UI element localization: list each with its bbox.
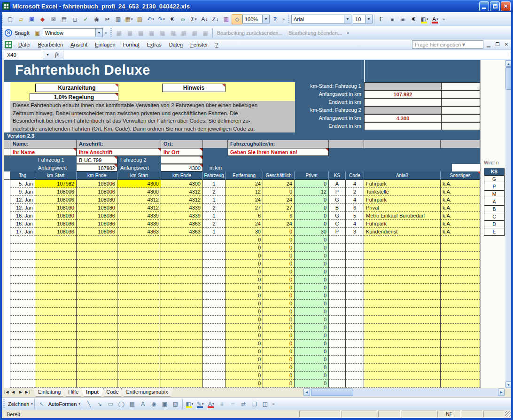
cell[interactable] [346,300,364,308]
cell[interactable] [35,268,77,276]
cell[interactable]: 1 [203,180,225,188]
cell[interactable] [441,276,480,284]
cell[interactable] [346,244,364,252]
snagit-mode-combo[interactable]: Window▼ [43,28,103,37]
cell[interactable]: 6 [225,212,263,220]
cell[interactable] [10,348,35,356]
menu-item-?[interactable]: ? [211,40,222,49]
cell[interactable] [77,300,117,308]
question-box[interactable]: Frage hier eingeben▼ [412,40,483,49]
review-tool-icon[interactable]: ▦ [114,28,124,38]
textbox-icon[interactable]: ▤ [127,399,138,409]
cell[interactable] [77,284,117,292]
review-tool-icon[interactable]: ▦ [179,28,189,38]
name-input-cell[interactable]: Ihr Name [10,148,77,156]
review-tool-icon[interactable]: ▦ [168,28,179,38]
cell[interactable] [329,268,346,276]
permission-icon[interactable]: ◆ [37,14,48,24]
cell[interactable]: 4300 [117,180,161,188]
cell[interactable] [441,236,480,244]
km-panel-value[interactable] [364,122,442,130]
cell[interactable] [10,324,35,332]
cell[interactable] [10,252,35,260]
cell[interactable] [203,284,225,292]
review-tool-icon[interactable]: ▦ [146,28,157,38]
km-panel-blank-cell[interactable] [442,90,480,98]
cell[interactable]: 108036 [77,212,117,220]
cell[interactable]: 17. Jan [10,228,35,236]
cell[interactable]: k.A. [441,180,480,188]
cell[interactable] [161,252,203,260]
cell[interactable] [10,300,35,308]
cell[interactable] [346,332,364,340]
oval-icon[interactable]: ◯ [116,399,127,409]
cell[interactable] [203,236,225,244]
cell[interactable] [35,348,77,356]
cell[interactable] [203,292,225,300]
cell[interactable] [203,300,225,308]
cell[interactable]: 0 [225,348,263,356]
cell[interactable] [329,316,346,324]
sort-ascending-icon[interactable]: A↓ [199,14,210,24]
cell[interactable]: 4300 [161,180,203,188]
cell[interactable] [441,244,480,252]
plate2-cell[interactable] [161,156,203,164]
cell[interactable]: 0 [225,260,263,268]
cell[interactable] [77,380,117,388]
cell[interactable] [329,260,346,268]
dropdown-icon[interactable]: ▾ [427,17,428,21]
cell[interactable]: 6 [346,204,364,212]
cell[interactable] [441,356,480,364]
cell[interactable] [346,356,364,364]
font-size-combo[interactable]: 10▼ [353,15,373,23]
cell[interactable]: 0 [263,316,295,324]
cell[interactable]: k.A. [441,220,480,228]
column-header-kmstart[interactable]: km-Start [35,171,77,180]
cell[interactable] [364,332,441,340]
diagram-icon[interactable]: ◉ [148,399,159,409]
cell[interactable]: 108006 [77,180,117,188]
tab-first-icon[interactable]: ❘◀ [2,388,9,396]
cell[interactable]: 0 [295,244,329,252]
cell[interactable] [117,284,161,292]
cell[interactable]: 0 [263,348,295,356]
horizontal-scroll-thumb[interactable] [311,389,353,396]
review-tool-icon[interactable]: ▦ [200,28,211,38]
km-panel-blank-cell[interactable] [442,122,480,130]
cell[interactable] [77,364,117,372]
cell[interactable] [117,316,161,324]
line-color-icon[interactable]: ✎▾ [195,399,206,409]
column-header-kmende[interactable]: km-Ende [161,171,203,180]
cell[interactable]: 0 [225,252,263,260]
km-panel-blank-cell[interactable] [442,106,480,114]
arrow-style-icon[interactable]: ⇄ [238,399,249,409]
cell[interactable] [77,332,117,340]
km-panel-value[interactable]: 107.982 [364,90,442,98]
cell[interactable]: 0 [295,332,329,340]
cell[interactable] [203,340,225,348]
cell[interactable] [364,356,441,364]
cell[interactable] [10,244,35,252]
save-icon[interactable]: ▣ [26,14,37,24]
autosum-icon[interactable]: Σ▾ [188,14,199,24]
cell[interactable] [329,348,346,356]
cell[interactable]: 0 [295,284,329,292]
anfangswert2-cell[interactable]: 4300 [161,164,203,171]
cell[interactable] [161,340,203,348]
tab-prev-icon[interactable]: ◀ [9,388,17,396]
cell[interactable] [77,252,117,260]
cell[interactable] [346,252,364,260]
menu-item-datei[interactable]: Datei [15,40,34,49]
cell[interactable] [35,340,77,348]
bold-icon[interactable]: F [376,14,387,24]
cell[interactable]: 30 [295,228,329,236]
cell[interactable] [117,236,161,244]
cell[interactable] [329,292,346,300]
cell[interactable]: 0 [263,324,295,332]
cell[interactable] [10,372,35,380]
cell[interactable] [346,348,364,356]
new-document-icon[interactable]: ▢ [5,14,16,24]
cell[interactable]: 0 [225,380,263,388]
menu-item-extras[interactable]: Extras [143,40,165,49]
cell[interactable] [161,236,203,244]
